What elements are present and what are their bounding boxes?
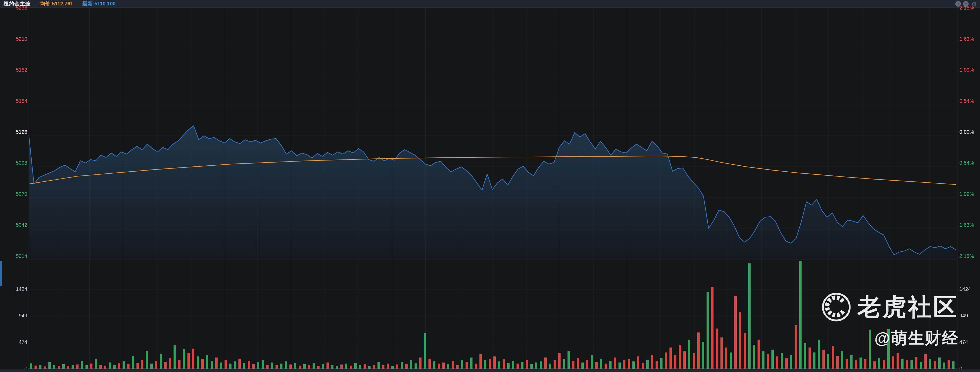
volume-bar	[415, 364, 417, 369]
volume-bar	[623, 361, 625, 369]
volume-bar	[331, 365, 333, 369]
bottom-edge-strip	[0, 369, 980, 372]
volume-bar	[841, 351, 843, 369]
volume-bar	[109, 362, 111, 369]
volume-bar	[452, 361, 454, 369]
volume-bar	[725, 348, 727, 369]
volume-bar	[920, 362, 922, 369]
volume-bar	[748, 263, 751, 369]
volume-bar	[688, 340, 690, 369]
percent-axis-tick: 1.09%	[959, 191, 979, 197]
price-axis-tick: 5014	[1, 253, 27, 259]
volume-axis-tick-left: 1424	[1, 286, 27, 292]
volume-bar	[396, 364, 398, 369]
volume-bar	[568, 351, 570, 369]
volume-bar	[211, 361, 213, 369]
volume-bar	[317, 366, 320, 369]
volume-bar	[744, 333, 746, 369]
volume-bar	[252, 364, 255, 369]
left-scroll-indicator[interactable]	[0, 261, 2, 286]
volume-bar	[62, 364, 65, 369]
volume-bar	[693, 353, 695, 369]
volume-bar	[438, 364, 440, 369]
percent-axis-tick: 0.54%	[959, 160, 979, 166]
volume-bar	[619, 362, 621, 369]
volume-bar	[322, 364, 324, 369]
volume-bar	[605, 364, 607, 369]
trading-chart-window: 纽约金主连 均价:5112.761 最新:5110.100 + − ⚙ 5238…	[0, 0, 980, 372]
volume-bar	[178, 360, 180, 369]
volume-bar	[943, 362, 945, 369]
volume-bar	[484, 361, 487, 369]
volume-bar	[155, 361, 158, 369]
volume-bar	[730, 353, 732, 369]
percent-axis-tick: 1.09%	[959, 67, 979, 73]
volume-bar	[892, 356, 894, 369]
volume-bar	[595, 362, 598, 369]
price-axis-tick: 5182	[1, 67, 27, 73]
price-area-fill	[29, 126, 957, 260]
volume-bar	[461, 360, 463, 369]
volume-bar	[637, 356, 640, 369]
volume-bar	[706, 292, 709, 369]
tiger-logo-icon	[821, 292, 852, 323]
volume-bar	[290, 364, 292, 369]
volume-bar	[855, 361, 857, 369]
volume-bar	[160, 354, 162, 369]
volume-bar	[850, 355, 853, 369]
price-axis-tick: 5210	[1, 36, 27, 42]
volume-bar	[924, 354, 927, 369]
volume-bar	[897, 353, 899, 369]
volume-bar	[586, 360, 589, 369]
volume-bar	[655, 361, 658, 369]
volume-bar	[906, 361, 908, 369]
volume-bar	[503, 359, 505, 369]
volume-bar	[540, 361, 542, 369]
volume-bar	[591, 355, 593, 369]
volume-bar	[512, 361, 514, 369]
volume-bar	[72, 365, 74, 369]
volume-bar	[466, 362, 468, 369]
volume-bar	[428, 359, 431, 369]
volume-bar	[910, 361, 913, 369]
volume-bar	[410, 361, 412, 369]
volume-bar	[859, 358, 862, 369]
volume-bar	[262, 361, 264, 369]
volume-bar	[767, 354, 769, 369]
volume-bar	[299, 366, 301, 369]
volume-bar	[364, 364, 366, 369]
volume-bar	[405, 364, 407, 369]
volume-bar	[30, 364, 32, 369]
price-axis-tick: 5042	[1, 222, 27, 228]
volume-bar	[35, 366, 37, 369]
volume-bar	[239, 359, 241, 369]
volume-bar	[470, 358, 473, 369]
percent-axis-tick: 0.54%	[959, 98, 979, 104]
volume-bar	[808, 348, 811, 369]
volume-bar	[424, 333, 426, 369]
volume-bar	[401, 362, 403, 369]
volume-bar	[433, 361, 436, 369]
volume-bar	[776, 356, 778, 369]
volume-bar	[572, 361, 574, 369]
volume-bar	[600, 359, 602, 369]
volume-bar	[679, 345, 681, 369]
volume-bar	[734, 296, 737, 369]
volume-bar	[86, 365, 88, 369]
volume-bar	[275, 365, 278, 369]
price-axis-tick: 5238	[1, 5, 27, 11]
volume-bar	[197, 356, 199, 369]
volume-bar	[146, 351, 148, 369]
volume-bar	[475, 364, 477, 369]
volume-bar	[739, 312, 741, 369]
volume-bar	[790, 355, 792, 369]
volume-bar	[354, 363, 356, 369]
volume-bar	[127, 364, 129, 369]
volume-bar	[224, 360, 227, 369]
volume-bar	[535, 362, 538, 369]
volume-bar	[137, 363, 139, 369]
percent-axis-tick: 0.00%	[959, 129, 979, 135]
volume-bar	[308, 365, 310, 369]
volume-bar	[248, 361, 250, 369]
volume-bar	[757, 340, 760, 369]
